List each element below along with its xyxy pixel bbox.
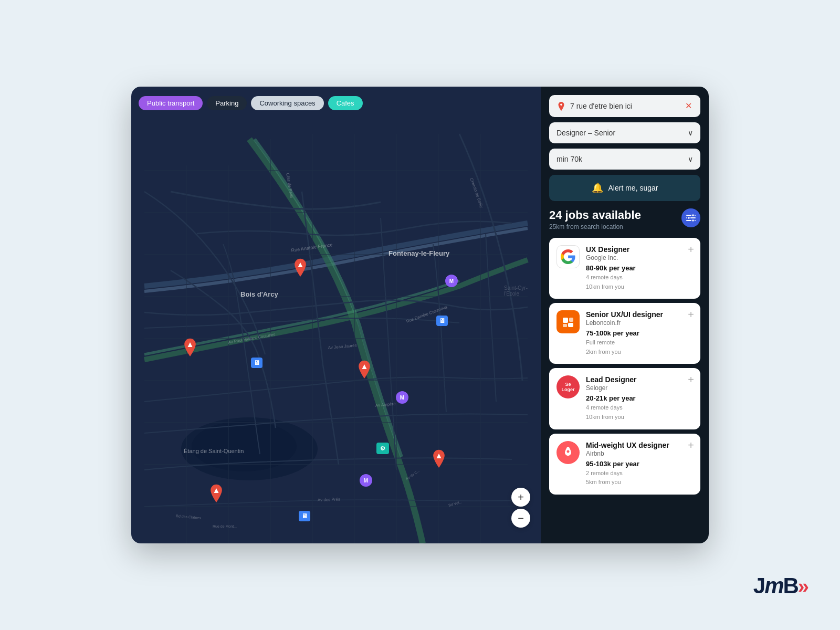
filter-chip-cafes[interactable]: Cafes [328, 96, 363, 110]
location-search-box[interactable]: ✕ [549, 95, 700, 117]
role-dropdown[interactable]: Designer – Senior ∨ [549, 122, 700, 143]
map-pin-4[interactable] [430, 449, 447, 468]
zoom-in-button[interactable]: + [511, 488, 530, 507]
job-card-leboncoin[interactable]: Senior UX/UI designer Leboncoin.fr 75-10… [549, 303, 700, 364]
svg-point-20 [560, 104, 562, 106]
salary-dropdown[interactable]: min 70k ∨ [549, 149, 700, 170]
map-pin-5[interactable] [208, 484, 225, 502]
google-salary: 80-90k per year [586, 264, 693, 272]
google-company: Google Inc. [586, 254, 693, 261]
salary-dropdown-arrow: ∨ [688, 155, 693, 163]
airbnb-logo [556, 441, 580, 464]
map-section: Rue Anatole France Rue Danièle Casanova … [131, 87, 541, 543]
airbnb-salary: 95-103k per year [586, 460, 693, 468]
transit-bus-1: 🖥 [436, 316, 448, 326]
sidebar-inner: ✕ Designer – Senior ∨ min 70k ∨ 🔔 Alert … [541, 87, 709, 543]
filter-chip-parking[interactable]: Parking [207, 96, 247, 110]
seloger-salary: 20-21k per year [586, 394, 693, 402]
svg-rect-29 [569, 318, 573, 322]
google-job-info: UX Designer Google Inc. 80-90k per year … [586, 245, 693, 291]
transit-bus-2: 🖥 [251, 358, 262, 368]
leboncoin-logo [556, 310, 580, 333]
svg-rect-31 [568, 323, 573, 327]
zoom-out-button[interactable]: − [511, 509, 530, 528]
app-container: Rue Anatole France Rue Danièle Casanova … [131, 87, 709, 543]
filter-icon-button[interactable] [681, 208, 700, 227]
role-value: Designer – Senior [556, 129, 615, 137]
leboncoin-job-info: Senior UX/UI designer Leboncoin.fr 75-10… [586, 310, 693, 356]
map-pin-1[interactable] [292, 258, 309, 277]
airbnb-meta: 2 remote days 5km from you [586, 469, 693, 487]
jmb-logo: JmB» [753, 573, 808, 598]
job-card-seloger[interactable]: SeLoger Lead Designer Seloger 20-21k per… [549, 368, 700, 429]
leboncoin-salary: 75-100k per year [586, 329, 693, 337]
map-pin-3[interactable] [356, 360, 373, 379]
sliders-icon [686, 214, 696, 222]
airbnb-job-info: Mid-weight UX designer Airbnb 95-103k pe… [586, 441, 693, 487]
seloger-add-button[interactable]: + [688, 374, 694, 385]
jobs-count: 24 jobs available [549, 208, 641, 222]
leboncoin-add-button[interactable]: + [688, 309, 694, 320]
sidebar: ✕ Designer – Senior ∨ min 70k ∨ 🔔 Alert … [541, 87, 709, 543]
svg-point-24 [692, 214, 695, 217]
svg-rect-30 [563, 324, 567, 327]
seloger-logo: SeLoger [556, 375, 580, 398]
svg-point-26 [692, 219, 695, 222]
location-input[interactable] [570, 102, 680, 110]
airbnb-company: Airbnb [586, 450, 693, 457]
google-add-button[interactable]: + [688, 244, 694, 255]
google-logo [556, 245, 580, 268]
svg-point-25 [688, 217, 690, 219]
jobs-distance: 25km from search location [549, 223, 641, 230]
location-pin-icon [556, 101, 566, 111]
job-card-google[interactable]: UX Designer Google Inc. 80-90k per year … [549, 238, 700, 299]
alert-button-label: Alert me, sugar [608, 184, 658, 192]
google-job-title: UX Designer [586, 245, 693, 254]
svg-text:Av des Prés: Av des Prés [318, 497, 340, 502]
seloger-meta: 4 remote days 10km from you [586, 403, 693, 422]
svg-text:Rue de Mont...: Rue de Mont... [213, 524, 237, 528]
jobs-count-block: 24 jobs available 25km from search locat… [549, 208, 641, 230]
role-dropdown-arrow: ∨ [688, 129, 693, 137]
filter-chip-coworking[interactable]: Coworking spaces [251, 96, 323, 110]
map-pin-2[interactable] [182, 338, 198, 356]
seloger-job-title: Lead Designer [586, 375, 693, 384]
bell-icon: 🔔 [592, 182, 603, 194]
leboncoin-meta: Full remote 2km from you [586, 338, 693, 356]
google-meta: 4 remote days 10km from you [586, 273, 693, 291]
filter-chip-public-transport[interactable]: Public transport [139, 96, 203, 110]
map-background: Rue Anatole France Rue Danièle Casanova … [131, 87, 541, 543]
svg-rect-28 [563, 318, 568, 323]
transit-teal-1: ⚙ [376, 443, 389, 454]
airbnb-add-button[interactable]: + [688, 440, 694, 450]
leboncoin-company: Leboncoin.fr [586, 319, 693, 327]
alert-button[interactable]: 🔔 Alert me, sugar [549, 175, 700, 201]
zoom-controls: + − [511, 488, 530, 528]
transit-metro-2: M [396, 391, 408, 404]
job-card-airbnb[interactable]: Mid-weight UX designer Airbnb 95-103k pe… [549, 434, 700, 495]
transit-bus-3: 🖥 [299, 511, 310, 521]
jobs-list: UX Designer Google Inc. 80-90k per year … [549, 238, 700, 535]
salary-value: min 70k [556, 155, 582, 163]
jobs-header: 24 jobs available 25km from search locat… [549, 206, 700, 233]
clear-location-button[interactable]: ✕ [684, 102, 693, 110]
seloger-company: Seloger [586, 384, 693, 392]
transit-metro-3: M [360, 474, 372, 487]
airbnb-job-title: Mid-weight UX designer [586, 441, 693, 449]
filter-bar: Public transport Parking Coworking space… [139, 96, 363, 110]
seloger-job-info: Lead Designer Seloger 20-21k per year 4 … [586, 375, 693, 422]
leboncoin-job-title: Senior UX/UI designer [586, 310, 693, 319]
transit-metro-1: M [445, 275, 458, 287]
